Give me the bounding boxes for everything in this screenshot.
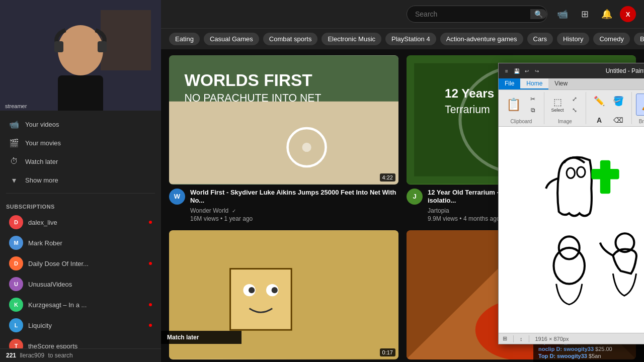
pill-playstation-4[interactable]: PlayStation 4 [385,33,436,45]
pill-comedy[interactable]: Comedy [593,33,629,45]
sidebar-sub-kurzgesagt[interactable]: K Kurzgesagt – In a ... [3,295,158,315]
thescore-avatar: T [9,339,23,348]
daily-dose-label: Daily Dose Of Inter... [28,260,89,267]
pill-electronic-music[interactable]: Electronic Music [321,33,381,45]
pill-casual-games[interactable]: Casual Games [204,33,259,45]
crop-button[interactable]: ⤢ [568,94,582,104]
match-later-text: Match later [167,334,199,341]
svg-text:streamer: streamer [5,103,27,109]
top-icons: 📹 ⊞ 🔔 X [553,5,636,23]
mark-rober-avatar: M [9,236,23,250]
sidebar: 📹 Your videos 🎬 Your movies ⏱ Watch late… [0,111,161,348]
channel-avatar-2: J [407,189,423,205]
sidebar-sub-thescore[interactable]: T theScore esports [3,336,158,348]
chat-user-2: noclip D: swoogity33 [538,346,594,352]
paint-redo-icon[interactable]: ↪ [533,67,541,75]
svg-text:WORLDS FIRST: WORLDS FIRST [184,71,312,89]
category-bar: Eating Casual Games Combat sports Electr… [161,28,644,49]
pill-history[interactable]: History [557,33,589,45]
divider [6,193,155,194]
main-content: 🔍 📹 ⊞ 🔔 X Eating Casual Games Combat spo… [161,0,644,362]
thescore-label: theScore esports [28,342,77,349]
upload-icon[interactable]: 📹 [553,5,572,23]
brushes-label: Brushes [636,117,644,124]
search-container: 🔍 [407,6,547,23]
search-hint: to search [48,352,72,359]
sidebar-sub-mark-rober[interactable]: M Mark Rober [3,233,158,253]
resize-button[interactable]: ⤡ [568,105,582,115]
pencil-button[interactable]: ✏️ [590,92,608,110]
pill-eating[interactable]: Eating [169,33,200,45]
sidebar-sub-liquicity[interactable]: L Liquicity [3,315,158,335]
channel-name-1: Wonder World ✓ [190,207,398,214]
daily-dose-avatar: D [9,256,23,270]
search-button[interactable]: 🔍 [530,9,547,19]
bell-icon[interactable]: 🔔 [598,5,616,23]
sidebar-label-watch-later: Watch later [25,158,58,165]
video-stats-1: 16M views • 1 year ago [190,215,398,222]
sidebar-sub-unusual[interactable]: U UnusualVideos [3,274,158,294]
ribbon-tab-file[interactable]: File [499,78,520,89]
user-avatar[interactable]: X [620,6,636,22]
subscriptions-label: SUBSCRIPTIONS [0,198,161,212]
pill-beats[interactable]: Beats [634,33,644,45]
svg-rect-1 [101,10,151,70]
svg-rect-5 [58,75,103,111]
kurzgesagt-label: Kurzgesagt – In a ... [28,301,87,309]
pill-combat-sports[interactable]: Combat sports [263,33,318,45]
sidebar-item-your-movies[interactable]: 🎬 Your movies [3,134,158,152]
statusbar-size-icon: ⊞ [503,335,507,342]
ribbon-tab-home[interactable]: Home [520,78,548,89]
video-card-1[interactable]: WORLDS FIRST NO PARACHUTE INTO NET 4:22 … [169,55,398,222]
pill-cars[interactable]: Cars [527,33,553,45]
search-input[interactable] [415,10,530,18]
live-dot-4 [149,324,152,327]
paint-statusbar: ⊞ ↕ 1916 × 870px [499,333,644,344]
paint-canvas[interactable] [499,127,644,333]
live-dot-3 [149,303,152,306]
live-dot-2 [149,262,152,265]
paint-window: ≡ 💾 ↩ ↪ Untitled - Paint ─ □ ✕ File Home… [498,63,644,344]
notification-number: 221 [6,352,16,359]
sidebar-sub-dalex[interactable]: D dalex_live [3,212,158,232]
svg-point-12 [302,143,311,152]
status-divider-2 [529,335,529,342]
paint-ribbon: File Home View ? 📋 ✂ ⧉ Clipboard [499,78,644,127]
statusbar-cursor-icon: ↕ [520,336,523,342]
sidebar-item-watch-later[interactable]: ⏱ Watch later [3,152,158,170]
ribbon-group-clipboard: 📋 ✂ ⧉ Clipboard [503,92,544,124]
cut-button[interactable]: ✂ [526,94,540,104]
brush-button[interactable]: 🖌️ [636,94,644,116]
paint-save-icon[interactable]: 💾 [513,67,521,75]
paint-menu-icon[interactable]: ≡ [503,67,511,75]
dalex-avatar: D [9,215,23,229]
paint-undo-icon[interactable]: ↩ [523,67,531,75]
ribbon-tab-view[interactable]: View [548,78,574,89]
clock-icon: ⏱ [9,156,19,166]
paste-button[interactable]: 📋 [503,94,525,116]
ribbon-group-brushes: 🖌️ Brushes [636,92,644,124]
sidebar-item-show-more[interactable]: ▾ Show more [3,171,158,189]
paint-titlebar: ≡ 💾 ↩ ↪ Untitled - Paint ─ □ ✕ [499,63,644,78]
paint-window-icons: ≡ 💾 ↩ ↪ [503,67,541,75]
svg-rect-8 [169,102,398,184]
svg-point-25 [249,287,255,293]
select-button[interactable]: ⬚ Select [548,96,567,114]
duration-1: 4:22 [380,173,395,182]
ribbon-group-tools: ✏️ 🪣 A ⌫ Tools [590,92,632,124]
ribbon-content: 📋 ✂ ⧉ Clipboard ⬚ Select [499,90,644,126]
sidebar-item-your-videos[interactable]: 📹 Your videos [3,115,158,133]
pill-action-adventure[interactable]: Action-adventure games [440,33,523,45]
fill-button[interactable]: 🪣 [609,92,627,110]
sidebar-label-your-videos: Your videos [25,121,59,128]
sidebar-label-your-movies: Your movies [25,139,61,147]
svg-text:NO PARACHUTE INTO NET: NO PARACHUTE INTO NET [184,92,321,104]
ribbon-group-image: ⬚ Select ⤢ ⤡ Image [548,92,586,124]
apps-icon[interactable]: ⊞ [576,5,594,23]
chevron-down-icon: ▾ [9,175,19,185]
copy-button[interactable]: ⧉ [526,105,540,115]
clipboard-label: Clipboard [503,117,540,124]
sidebar-sub-daily-dose[interactable]: D Daily Dose Of Inter... [3,253,158,274]
video-thumb-1: WORLDS FIRST NO PARACHUTE INTO NET 4:22 [169,55,398,185]
svg-point-26 [272,287,278,293]
